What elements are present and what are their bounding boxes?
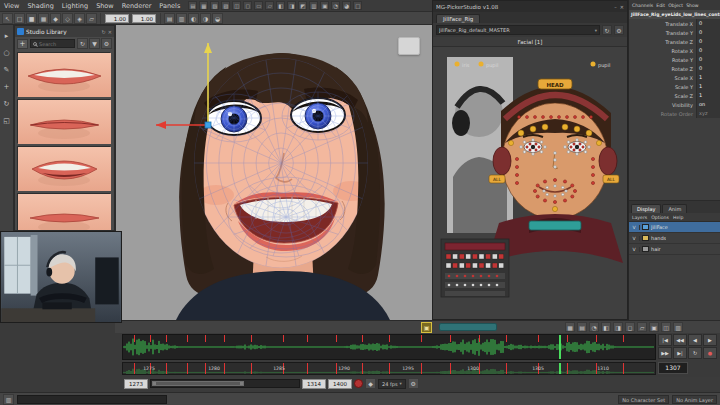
studio-library-titlebar[interactable]: Studio Library ↻ ✕ <box>15 26 114 37</box>
channel-attr-value[interactable]: 0 <box>696 19 720 28</box>
pan-zoom-icon[interactable]: ◻ <box>243 1 252 10</box>
active-tool-icon[interactable]: ▣ <box>421 322 432 333</box>
picker-canvas[interactable]: iris pupil pupil <box>433 47 627 319</box>
script-editor-icon[interactable]: ▥ <box>3 394 14 405</box>
menu-lighting[interactable]: Lighting <box>58 2 92 10</box>
range-handle-left[interactable] <box>153 382 156 385</box>
menu-shading[interactable]: Shading <box>23 2 57 10</box>
range-slider-bar[interactable] <box>152 381 244 386</box>
audio-icon[interactable]: ◻ <box>625 322 635 332</box>
snap-to-view-icon[interactable]: ▱ <box>86 13 97 24</box>
pupil-select-button[interactable] <box>479 62 484 67</box>
layer-row[interactable]: Vhands <box>629 233 720 244</box>
channel-attr-value[interactable]: 1 <box>696 73 720 82</box>
time-slider[interactable]: 12751280128512901295130013051310 <box>122 362 656 375</box>
step-forward-key-button[interactable]: ▶▶ <box>658 347 672 359</box>
film-gate-icon[interactable]: ◧ <box>276 1 285 10</box>
command-line-input[interactable] <box>17 395 167 404</box>
channel-attr-value[interactable]: on <box>696 100 720 109</box>
channel-attr-value[interactable]: 1 <box>696 82 720 91</box>
channel-attr-value[interactable]: 0 <box>696 64 720 73</box>
mouth-pose-smile-open[interactable] <box>17 52 110 96</box>
channel-box-menu-channels[interactable]: Channels <box>632 3 653 8</box>
tab-display[interactable]: Display <box>631 204 661 213</box>
channel-attr-value[interactable]: 1 <box>696 91 720 100</box>
record-button[interactable]: ● <box>703 347 717 359</box>
layer-visibility-toggle[interactable]: V <box>629 236 640 241</box>
step-back-key-button[interactable]: ◀◀ <box>673 334 687 346</box>
menu-panels[interactable]: Panels <box>155 2 184 10</box>
playback-end-field[interactable]: 1314 <box>302 379 326 389</box>
play-forwards-button[interactable]: ▶ <box>703 334 717 346</box>
anim-layer-menu[interactable]: No Anim Layer <box>672 395 717 404</box>
layer-visibility-toggle[interactable]: V <box>629 225 640 230</box>
menu-view[interactable]: View <box>0 2 23 10</box>
snap-keys-icon[interactable]: ▥ <box>673 322 683 332</box>
current-frame-field[interactable]: 1307 <box>658 362 688 374</box>
set-key-icon[interactable]: ◆ <box>365 378 376 389</box>
field-chart-icon[interactable]: ▥ <box>309 1 318 10</box>
input-field-x[interactable]: 1.00 <box>105 14 129 23</box>
manipulator-center-handle[interactable] <box>205 122 211 128</box>
frame-selection-icon[interactable]: □ <box>353 1 362 10</box>
perspective-viewport[interactable] <box>115 25 432 320</box>
close-icon[interactable]: ✕ <box>108 29 112 35</box>
channel-box-menu-show[interactable]: Show <box>686 3 698 8</box>
add-pose-button[interactable]: + <box>17 39 28 49</box>
playback-options-icon[interactable]: ▦ <box>565 322 575 332</box>
loop-toggle-button[interactable]: ↻ <box>688 347 702 359</box>
menu-show[interactable]: Show <box>92 2 118 10</box>
layer-menu-options[interactable]: Options <box>651 215 669 220</box>
render-current-frame-icon[interactable]: ◐ <box>188 13 199 24</box>
picker-titlebar[interactable]: MG-PickerStudio v1.08 – ✕ <box>433 1 627 12</box>
range-slider-track[interactable] <box>150 379 300 388</box>
mouth-pose-neutral[interactable] <box>17 193 110 230</box>
refresh-icon[interactable]: ↻ <box>102 29 106 35</box>
input-field-y[interactable]: 1.00 <box>132 14 156 23</box>
layer-row[interactable]: Vhair <box>629 244 720 255</box>
resolution-gate-icon[interactable]: ◨ <box>287 1 296 10</box>
select-tool-icon[interactable]: ▸ <box>1 30 12 41</box>
manipulator-y-arrow[interactable] <box>204 43 212 53</box>
mouth-slider-cluster[interactable] <box>441 239 509 297</box>
play-backwards-button[interactable]: ◀ <box>688 334 702 346</box>
layer-visibility-toggle[interactable]: V <box>629 247 640 252</box>
menu-renderer[interactable]: Renderer <box>118 2 156 10</box>
layer-menu-help[interactable]: Help <box>673 215 683 220</box>
fps-dropdown[interactable]: 24 fps ▾ <box>378 379 406 389</box>
construction-history-icon[interactable]: ▤ <box>164 13 175 24</box>
tab-anim[interactable]: Anim <box>662 204 687 213</box>
filter-icon[interactable]: ▼ <box>89 38 100 49</box>
playhead[interactable] <box>559 335 561 359</box>
scale-tool-icon[interactable]: ◱ <box>1 115 12 126</box>
channel-attr-value[interactable]: xyz <box>696 109 720 118</box>
iris-select-button[interactable] <box>455 62 460 67</box>
mouth-pose-open-wide[interactable] <box>17 146 110 190</box>
layer-menu-layers[interactable]: Layers <box>632 215 647 220</box>
mouth-pose-smile-closed[interactable] <box>17 99 110 143</box>
rotate-tool-icon[interactable]: ↻ <box>1 98 12 109</box>
render-settings-icon[interactable]: ◒ <box>212 13 223 24</box>
neck-button[interactable] <box>529 221 581 230</box>
graph-editor-icon[interactable]: ▤ <box>577 322 587 332</box>
settings-icon[interactable]: ⚙ <box>101 38 112 49</box>
search-box[interactable] <box>30 39 75 48</box>
layer-color-chip[interactable] <box>642 224 649 230</box>
time-editor-bar[interactable] <box>439 323 497 331</box>
grease-pencil-icon[interactable]: ▭ <box>254 1 263 10</box>
auto-keyframe-toggle[interactable] <box>354 379 363 388</box>
safe-action-icon[interactable]: ▣ <box>320 1 329 10</box>
camera-attributes-icon[interactable]: ▧ <box>210 1 219 10</box>
safe-title-icon[interactable]: ◔ <box>331 1 340 10</box>
camera-keys-icon[interactable]: ◨ <box>613 322 623 332</box>
select-by-hierarchy-icon[interactable]: ↖ <box>2 13 13 24</box>
select-by-component-icon[interactable]: ■ <box>26 13 37 24</box>
grid-icon[interactable]: ▱ <box>265 1 274 10</box>
pupil-right-select-button[interactable] <box>591 62 596 67</box>
channel-attr-value[interactable]: 0 <box>696 46 720 55</box>
channel-attr-value[interactable]: 0 <box>696 28 720 37</box>
character-namespace-dropdown[interactable]: JillFace_Rig_default_MASTER ▾ <box>436 25 600 35</box>
range-handle-right[interactable] <box>240 382 243 385</box>
snap-to-curve-icon[interactable]: ◆ <box>50 13 61 24</box>
solo-icon[interactable]: ▣ <box>649 322 659 332</box>
